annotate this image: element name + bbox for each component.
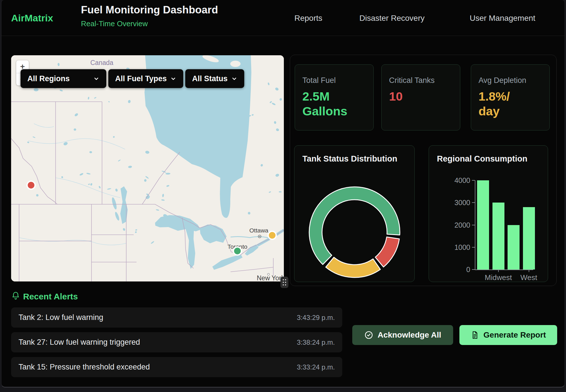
bell-icon bbox=[11, 291, 20, 301]
donut-segment-critical bbox=[375, 237, 399, 267]
map-ottawa-symbol-dot bbox=[259, 236, 260, 237]
nav-disaster-recovery[interactable]: Disaster Recovery bbox=[359, 14, 425, 23]
regional-consumption-bar-chart: 01000200030004000MidwestWest bbox=[429, 146, 548, 282]
grip-dots-icon bbox=[282, 278, 287, 286]
map-panel[interactable]: Canada Ottawa Toronto New York + − All R… bbox=[11, 55, 284, 281]
chevron-down-icon bbox=[93, 75, 100, 82]
map-label-ottawa: Ottawa bbox=[249, 227, 268, 234]
chevron-down-icon bbox=[170, 75, 177, 82]
stat-label: Avg Depletion bbox=[479, 76, 542, 85]
donut-segment-warning bbox=[326, 257, 380, 277]
y-axis-tick-label: 0 bbox=[452, 266, 470, 273]
page-title: Fuel Monitoring Dashboard bbox=[81, 4, 218, 16]
region-filter-value: All Regions bbox=[27, 74, 70, 83]
status-filter-value: All Status bbox=[192, 74, 228, 83]
alert-timestamp: 3:33:24 p.m. bbox=[297, 363, 335, 371]
alert-message: Tank 27: Low fuel warning triggered bbox=[19, 338, 140, 347]
page-subtitle: Real-Time Overview bbox=[81, 19, 148, 28]
document-icon bbox=[471, 331, 479, 339]
bar-region-0 bbox=[477, 180, 489, 270]
alert-message: Tank 15: Pressure threshold exceeded bbox=[19, 363, 150, 371]
map-label-canada: Canada bbox=[90, 59, 113, 66]
stat-label: Total Fuel bbox=[302, 76, 366, 85]
brand-logo: AirMatrix bbox=[11, 13, 53, 24]
stat-value: 10 bbox=[389, 89, 453, 104]
status-filter-select[interactable]: All Status bbox=[185, 69, 244, 88]
bar-region-3 bbox=[523, 207, 535, 270]
y-axis-tick-label: 3000 bbox=[452, 199, 470, 207]
nav-reports[interactable]: Reports bbox=[294, 14, 322, 23]
chevron-down-icon bbox=[231, 75, 238, 82]
acknowledge-all-label: Acknowledge All bbox=[378, 330, 441, 340]
stat-value: 2.5MGallons bbox=[302, 89, 366, 119]
stat-card-avg-depletion: Avg Depletion 1.8%/day bbox=[471, 64, 550, 130]
regional-consumption-chart-card: Regional Consumption 01000200030004000Mi… bbox=[429, 145, 548, 282]
check-circle-icon bbox=[364, 330, 373, 340]
fuel-type-filter-select[interactable]: All Fuel Types bbox=[108, 69, 183, 88]
generate-report-label: Generate Report bbox=[483, 330, 546, 340]
map-label-new-york: New York bbox=[257, 274, 284, 281]
header: AirMatrix Fuel Monitoring Dashboard Real… bbox=[1, 0, 565, 36]
generate-report-button[interactable]: Generate Report bbox=[459, 325, 557, 345]
map-filters: All Regions All Fuel Types All Status bbox=[21, 69, 244, 88]
overview-panel: Total Fuel 2.5MGallons Critical Tanks 10… bbox=[290, 55, 557, 286]
acknowledge-all-button[interactable]: Acknowledge All bbox=[352, 325, 453, 345]
y-axis-tick-label: 4000 bbox=[452, 176, 470, 184]
app-window: AirMatrix Fuel Monitoring Dashboard Real… bbox=[1, 0, 565, 387]
alert-row[interactable]: Tank 27: Low fuel warning triggered 3:38… bbox=[11, 332, 342, 352]
alert-timestamp: 3:43:29 p.m. bbox=[297, 314, 335, 322]
stat-card-total-fuel: Total Fuel 2.5MGallons bbox=[295, 64, 374, 130]
map-marker-normal[interactable] bbox=[233, 247, 241, 255]
alert-row[interactable]: Tank 15: Pressure threshold exceeded 3:3… bbox=[11, 357, 342, 377]
map-marker-warning[interactable] bbox=[268, 231, 276, 239]
stat-value: 1.8%/day bbox=[479, 89, 542, 119]
map-island bbox=[230, 61, 241, 67]
alert-row[interactable]: Tank 2: Low fuel warning 3:43:29 p.m. bbox=[11, 307, 342, 328]
y-axis-tick-label: 1000 bbox=[452, 243, 470, 251]
map-canvas: Canada Ottawa Toronto New York bbox=[11, 55, 284, 281]
y-axis-tick-label: 2000 bbox=[452, 221, 470, 229]
alerts-heading: Recent Alerts bbox=[23, 292, 78, 301]
alert-message: Tank 2: Low fuel warning bbox=[19, 313, 103, 322]
tank-status-donut-chart bbox=[294, 146, 415, 282]
x-axis-tick-label: West bbox=[512, 273, 546, 282]
tank-status-chart-card: Tank Status Distribution bbox=[294, 145, 415, 282]
stat-label: Critical Tanks bbox=[389, 76, 453, 85]
alert-timestamp: 3:38:24 p.m. bbox=[297, 338, 335, 346]
x-axis-tick-label: Midwest bbox=[481, 273, 516, 282]
resize-grip-handle[interactable] bbox=[280, 277, 288, 288]
nav-user-management[interactable]: User Management bbox=[470, 14, 535, 23]
stat-card-critical-tanks: Critical Tanks 10 bbox=[381, 64, 460, 130]
bar-region-1 bbox=[492, 203, 504, 270]
bar-region-2 bbox=[508, 225, 520, 270]
region-filter-select[interactable]: All Regions bbox=[21, 69, 106, 88]
map-marker-critical[interactable] bbox=[27, 181, 35, 189]
chart-title: Tank Status Distribution bbox=[302, 154, 397, 164]
fuel-type-filter-value: All Fuel Types bbox=[115, 74, 167, 83]
